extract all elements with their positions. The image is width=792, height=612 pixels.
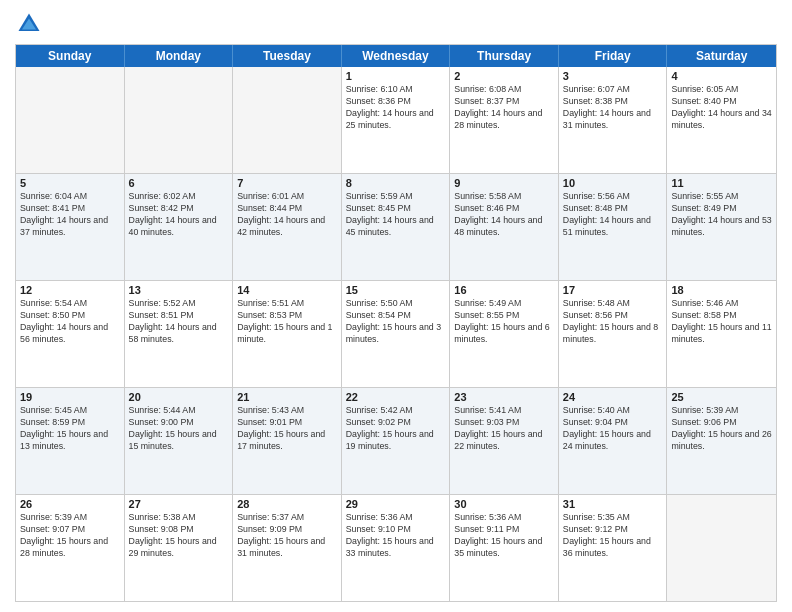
- day-number: 7: [237, 177, 337, 189]
- day-number: 26: [20, 498, 120, 510]
- cell-info: Sunrise: 6:02 AMSunset: 8:42 PMDaylight:…: [129, 191, 229, 239]
- calendar-cell: 4Sunrise: 6:05 AMSunset: 8:40 PMDaylight…: [667, 67, 776, 173]
- cell-info: Sunrise: 5:55 AMSunset: 8:49 PMDaylight:…: [671, 191, 772, 239]
- calendar-cell: 20Sunrise: 5:44 AMSunset: 9:00 PMDayligh…: [125, 388, 234, 494]
- cell-info: Sunrise: 5:43 AMSunset: 9:01 PMDaylight:…: [237, 405, 337, 453]
- day-number: 19: [20, 391, 120, 403]
- calendar: SundayMondayTuesdayWednesdayThursdayFrid…: [15, 44, 777, 602]
- calendar-cell: 24Sunrise: 5:40 AMSunset: 9:04 PMDayligh…: [559, 388, 668, 494]
- cell-info: Sunrise: 5:50 AMSunset: 8:54 PMDaylight:…: [346, 298, 446, 346]
- calendar-row: 19Sunrise: 5:45 AMSunset: 8:59 PMDayligh…: [16, 388, 776, 495]
- day-number: 31: [563, 498, 663, 510]
- cell-info: Sunrise: 6:05 AMSunset: 8:40 PMDaylight:…: [671, 84, 772, 132]
- calendar-cell: 30Sunrise: 5:36 AMSunset: 9:11 PMDayligh…: [450, 495, 559, 601]
- weekday-header: Saturday: [667, 45, 776, 67]
- day-number: 28: [237, 498, 337, 510]
- day-number: 5: [20, 177, 120, 189]
- calendar-cell: 6Sunrise: 6:02 AMSunset: 8:42 PMDaylight…: [125, 174, 234, 280]
- calendar-body: 1Sunrise: 6:10 AMSunset: 8:36 PMDaylight…: [16, 67, 776, 601]
- cell-info: Sunrise: 5:36 AMSunset: 9:11 PMDaylight:…: [454, 512, 554, 560]
- weekday-header: Sunday: [16, 45, 125, 67]
- cell-info: Sunrise: 5:41 AMSunset: 9:03 PMDaylight:…: [454, 405, 554, 453]
- calendar-cell: 25Sunrise: 5:39 AMSunset: 9:06 PMDayligh…: [667, 388, 776, 494]
- day-number: 25: [671, 391, 772, 403]
- cell-info: Sunrise: 5:40 AMSunset: 9:04 PMDaylight:…: [563, 405, 663, 453]
- day-number: 22: [346, 391, 446, 403]
- day-number: 4: [671, 70, 772, 82]
- cell-info: Sunrise: 5:58 AMSunset: 8:46 PMDaylight:…: [454, 191, 554, 239]
- cell-info: Sunrise: 5:49 AMSunset: 8:55 PMDaylight:…: [454, 298, 554, 346]
- cell-info: Sunrise: 5:36 AMSunset: 9:10 PMDaylight:…: [346, 512, 446, 560]
- calendar-cell: 2Sunrise: 6:08 AMSunset: 8:37 PMDaylight…: [450, 67, 559, 173]
- day-number: 24: [563, 391, 663, 403]
- calendar-cell: 11Sunrise: 5:55 AMSunset: 8:49 PMDayligh…: [667, 174, 776, 280]
- cell-info: Sunrise: 5:51 AMSunset: 8:53 PMDaylight:…: [237, 298, 337, 346]
- day-number: 20: [129, 391, 229, 403]
- calendar-cell: 12Sunrise: 5:54 AMSunset: 8:50 PMDayligh…: [16, 281, 125, 387]
- weekday-header: Friday: [559, 45, 668, 67]
- day-number: 9: [454, 177, 554, 189]
- day-number: 14: [237, 284, 337, 296]
- day-number: 27: [129, 498, 229, 510]
- calendar-cell: 3Sunrise: 6:07 AMSunset: 8:38 PMDaylight…: [559, 67, 668, 173]
- calendar-cell: 1Sunrise: 6:10 AMSunset: 8:36 PMDaylight…: [342, 67, 451, 173]
- calendar-cell: 19Sunrise: 5:45 AMSunset: 8:59 PMDayligh…: [16, 388, 125, 494]
- day-number: 30: [454, 498, 554, 510]
- calendar-cell: 7Sunrise: 6:01 AMSunset: 8:44 PMDaylight…: [233, 174, 342, 280]
- calendar-cell: 9Sunrise: 5:58 AMSunset: 8:46 PMDaylight…: [450, 174, 559, 280]
- day-number: 18: [671, 284, 772, 296]
- calendar-row: 12Sunrise: 5:54 AMSunset: 8:50 PMDayligh…: [16, 281, 776, 388]
- cell-info: Sunrise: 5:44 AMSunset: 9:00 PMDaylight:…: [129, 405, 229, 453]
- weekday-header: Monday: [125, 45, 234, 67]
- day-number: 11: [671, 177, 772, 189]
- cell-info: Sunrise: 5:38 AMSunset: 9:08 PMDaylight:…: [129, 512, 229, 560]
- day-number: 17: [563, 284, 663, 296]
- calendar-cell: 8Sunrise: 5:59 AMSunset: 8:45 PMDaylight…: [342, 174, 451, 280]
- cell-info: Sunrise: 5:54 AMSunset: 8:50 PMDaylight:…: [20, 298, 120, 346]
- cell-info: Sunrise: 6:10 AMSunset: 8:36 PMDaylight:…: [346, 84, 446, 132]
- cell-info: Sunrise: 6:04 AMSunset: 8:41 PMDaylight:…: [20, 191, 120, 239]
- cell-info: Sunrise: 5:52 AMSunset: 8:51 PMDaylight:…: [129, 298, 229, 346]
- cell-info: Sunrise: 5:37 AMSunset: 9:09 PMDaylight:…: [237, 512, 337, 560]
- day-number: 2: [454, 70, 554, 82]
- calendar-cell: 28Sunrise: 5:37 AMSunset: 9:09 PMDayligh…: [233, 495, 342, 601]
- calendar-cell: 15Sunrise: 5:50 AMSunset: 8:54 PMDayligh…: [342, 281, 451, 387]
- calendar-cell: [233, 67, 342, 173]
- cell-info: Sunrise: 5:35 AMSunset: 9:12 PMDaylight:…: [563, 512, 663, 560]
- calendar-cell: 5Sunrise: 6:04 AMSunset: 8:41 PMDaylight…: [16, 174, 125, 280]
- calendar-cell: 10Sunrise: 5:56 AMSunset: 8:48 PMDayligh…: [559, 174, 668, 280]
- day-number: 29: [346, 498, 446, 510]
- calendar-cell: 27Sunrise: 5:38 AMSunset: 9:08 PMDayligh…: [125, 495, 234, 601]
- day-number: 3: [563, 70, 663, 82]
- calendar-cell: 29Sunrise: 5:36 AMSunset: 9:10 PMDayligh…: [342, 495, 451, 601]
- calendar-cell: 14Sunrise: 5:51 AMSunset: 8:53 PMDayligh…: [233, 281, 342, 387]
- cell-info: Sunrise: 5:56 AMSunset: 8:48 PMDaylight:…: [563, 191, 663, 239]
- cell-info: Sunrise: 5:45 AMSunset: 8:59 PMDaylight:…: [20, 405, 120, 453]
- day-number: 21: [237, 391, 337, 403]
- header: [15, 10, 777, 38]
- calendar-header: SundayMondayTuesdayWednesdayThursdayFrid…: [16, 45, 776, 67]
- calendar-row: 26Sunrise: 5:39 AMSunset: 9:07 PMDayligh…: [16, 495, 776, 601]
- day-number: 1: [346, 70, 446, 82]
- calendar-cell: 22Sunrise: 5:42 AMSunset: 9:02 PMDayligh…: [342, 388, 451, 494]
- calendar-cell: 31Sunrise: 5:35 AMSunset: 9:12 PMDayligh…: [559, 495, 668, 601]
- calendar-cell: 16Sunrise: 5:49 AMSunset: 8:55 PMDayligh…: [450, 281, 559, 387]
- weekday-header: Thursday: [450, 45, 559, 67]
- cell-info: Sunrise: 5:42 AMSunset: 9:02 PMDaylight:…: [346, 405, 446, 453]
- day-number: 23: [454, 391, 554, 403]
- day-number: 13: [129, 284, 229, 296]
- cell-info: Sunrise: 5:39 AMSunset: 9:07 PMDaylight:…: [20, 512, 120, 560]
- calendar-cell: 17Sunrise: 5:48 AMSunset: 8:56 PMDayligh…: [559, 281, 668, 387]
- cell-info: Sunrise: 6:01 AMSunset: 8:44 PMDaylight:…: [237, 191, 337, 239]
- calendar-cell: 26Sunrise: 5:39 AMSunset: 9:07 PMDayligh…: [16, 495, 125, 601]
- weekday-header: Tuesday: [233, 45, 342, 67]
- day-number: 8: [346, 177, 446, 189]
- day-number: 10: [563, 177, 663, 189]
- calendar-row: 5Sunrise: 6:04 AMSunset: 8:41 PMDaylight…: [16, 174, 776, 281]
- day-number: 6: [129, 177, 229, 189]
- page: SundayMondayTuesdayWednesdayThursdayFrid…: [0, 0, 792, 612]
- cell-info: Sunrise: 5:48 AMSunset: 8:56 PMDaylight:…: [563, 298, 663, 346]
- cell-info: Sunrise: 5:46 AMSunset: 8:58 PMDaylight:…: [671, 298, 772, 346]
- cell-info: Sunrise: 6:07 AMSunset: 8:38 PMDaylight:…: [563, 84, 663, 132]
- calendar-cell: 23Sunrise: 5:41 AMSunset: 9:03 PMDayligh…: [450, 388, 559, 494]
